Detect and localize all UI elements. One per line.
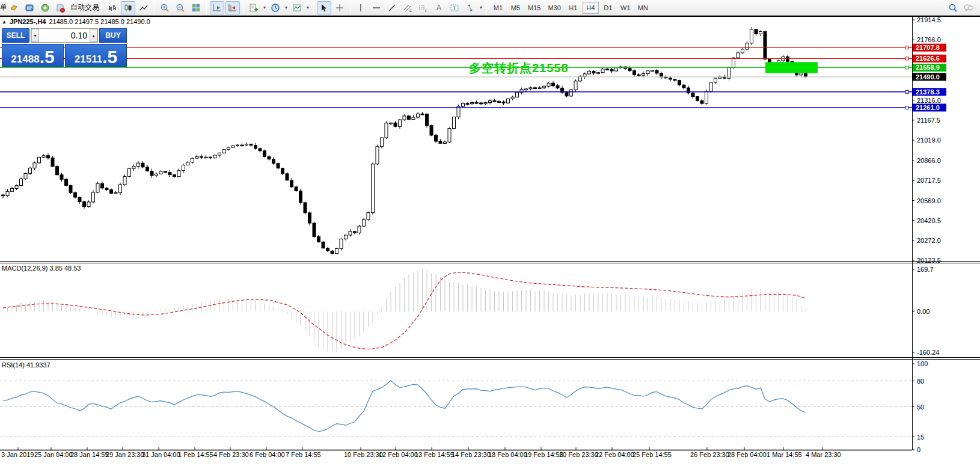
periods-icon[interactable] (268, 1, 283, 14)
svg-text:0.00: 0.00 (917, 308, 929, 315)
search-icon[interactable] (946, 1, 960, 14)
autotrading-label[interactable]: 自动交易 (70, 2, 99, 13)
timeframe-button-mn[interactable]: MN (635, 2, 651, 14)
bar-chart-mode-icon[interactable] (105, 1, 120, 14)
price-axis[interactable]: 21914.521766.021316.021167.521019.020866… (912, 16, 941, 264)
add-indicator-icon[interactable] (247, 1, 261, 14)
auto-scroll-icon[interactable] (210, 1, 224, 14)
svg-text:-160.24: -160.24 (917, 349, 939, 356)
buy-price[interactable]: 21511.5 (65, 44, 127, 67)
gold-panel-icon[interactable] (7, 1, 21, 14)
svg-text:21490.0: 21490.0 (916, 73, 940, 81)
tile-windows-icon[interactable] (189, 1, 203, 14)
svg-text:22 Feb 04:00: 22 Feb 04:00 (595, 451, 634, 458)
toolbar-separator (102, 2, 102, 14)
periods-caret[interactable]: ▾ (283, 5, 289, 10)
timeframe-button-h4[interactable]: H4 (583, 2, 599, 14)
arrows-tool-caret[interactable]: ▾ (478, 5, 484, 10)
toolbar-separator (313, 2, 314, 14)
chart-canvas[interactable]: 21914.521766.021316.021167.521019.020866… (0, 16, 980, 466)
timeframe-button-w1[interactable]: W1 (617, 2, 634, 14)
green-rectangle-object[interactable] (765, 62, 818, 73)
add-indicator-caret[interactable]: ▾ (262, 5, 268, 10)
chat-icon[interactable] (961, 1, 976, 14)
svg-text:25 Feb 14:55: 25 Feb 14:55 (632, 451, 672, 458)
svg-text:21626.6: 21626.6 (916, 55, 940, 62)
timeframe-button-m15[interactable]: M15 (525, 2, 544, 14)
zoom-out-icon[interactable] (173, 1, 188, 14)
timeframe-button-m5[interactable]: M5 (507, 2, 524, 14)
svg-text:19 Feb 14:55: 19 Feb 14:55 (524, 451, 563, 458)
svg-text:15: 15 (917, 434, 924, 441)
toolbar-separator (154, 2, 155, 14)
svg-text:100: 100 (917, 360, 928, 367)
price-levels[interactable] (0, 46, 912, 109)
svg-text:0: 0 (917, 446, 920, 453)
chart-shift-icon[interactable] (225, 1, 240, 14)
text-tool-icon[interactable]: A (432, 1, 446, 14)
sell-button[interactable]: SELL (2, 28, 29, 43)
svg-text:21558.9: 21558.9 (916, 64, 940, 71)
candlestick-mode-icon[interactable] (121, 1, 135, 14)
vertical-line-tool-icon[interactable] (354, 1, 368, 14)
chart-symbol: JPN225-,H4 (10, 18, 46, 25)
timeframe-button-h1[interactable]: H1 (565, 2, 581, 14)
rsi-line (3, 381, 806, 432)
svg-text:20123.5: 20123.5 (917, 257, 941, 264)
svg-text:28 Feb 04:00: 28 Feb 04:00 (727, 451, 767, 458)
buy-button[interactable]: BUY (99, 28, 127, 43)
svg-text:3 Jan 2019: 3 Jan 2019 (1, 451, 34, 458)
svg-text:21378.3: 21378.3 (916, 88, 940, 96)
market-watch-icon[interactable] (22, 1, 37, 14)
svg-text:1 Mar 14:55: 1 Mar 14:55 (767, 451, 802, 458)
svg-text:4 Mar 23:30: 4 Mar 23:30 (806, 451, 841, 458)
pivot-annotation-text[interactable]: 多空转折点21558 (469, 60, 569, 76)
toolbar-separator (243, 2, 243, 14)
channel-tool-icon[interactable]: E (400, 1, 415, 14)
autotrading-icon[interactable] (54, 1, 68, 14)
svg-text:20 Feb 23:30: 20 Feb 23:30 (559, 451, 598, 458)
horizontal-line-tool-icon[interactable] (369, 1, 384, 14)
chart-title: ▲ JPN225-,H4 21485.0 21497.5 21485.0 214… (2, 18, 150, 25)
trendline-tool-icon[interactable] (385, 1, 399, 14)
time-axis[interactable]: 3 Jan 201925 Jan 04:0028 Jan 14:5529 Jan… (1, 447, 841, 458)
svg-text:21766.0: 21766.0 (917, 36, 941, 43)
sell-price[interactable]: 21488.5 (2, 44, 64, 67)
timeframe-button-m30[interactable]: M30 (545, 2, 563, 14)
volume-decrease-button[interactable]: ▼ (31, 29, 39, 42)
line-chart-mode-icon[interactable] (136, 1, 151, 14)
templates-caret[interactable]: ▾ (305, 5, 311, 10)
svg-text:80: 80 (917, 378, 924, 385)
arrows-tool-icon[interactable] (463, 1, 477, 14)
svg-text:6 Feb 04:00: 6 Feb 04:00 (250, 451, 285, 458)
svg-text:4 Feb 23:30: 4 Feb 23:30 (213, 451, 249, 458)
svg-text:21316.0: 21316.0 (917, 97, 941, 104)
svg-text:7 Feb 14:55: 7 Feb 14:55 (286, 451, 321, 458)
volume-input[interactable] (39, 29, 90, 42)
fibonacci-tool-icon[interactable]: F (416, 1, 430, 14)
svg-text:20420.5: 20420.5 (917, 217, 941, 224)
panel-collapse-icon[interactable]: ▲ (2, 19, 7, 25)
svg-text:21261.0: 21261.0 (916, 104, 940, 111)
text-label-tool-icon[interactable]: T (447, 1, 462, 14)
zoom-in-icon[interactable] (158, 1, 172, 14)
top-toolbar: 单 自动交易 (0, 0, 980, 16)
crosshair-tool-icon[interactable] (332, 1, 347, 14)
svg-text:A: A (436, 4, 441, 12)
volume-increase-button[interactable]: ▲ (90, 29, 97, 42)
rsi-indicator: 1008050150 (0, 360, 928, 453)
sell-price-main: 21488 (11, 54, 39, 64)
svg-text:26 Feb 23:30: 26 Feb 23:30 (690, 451, 729, 458)
volume-spinner: ▼ ▲ (31, 28, 98, 43)
cursor-tool-icon[interactable] (317, 1, 331, 14)
chart-window[interactable]: 21914.521766.021316.021167.521019.020866… (0, 16, 980, 466)
svg-text:31 Jan 04:00: 31 Jan 04:00 (142, 451, 180, 458)
timeframe-button-m1[interactable]: M1 (490, 2, 506, 14)
timeframe-group: M1M5M15M30H1H4D1W1MN (489, 0, 652, 16)
new-order-button[interactable]: 单 (0, 2, 6, 13)
templates-icon[interactable] (290, 1, 304, 14)
sound-alert-icon[interactable] (38, 1, 52, 14)
toolbar-separator (350, 2, 351, 14)
timeframe-button-d1[interactable]: D1 (600, 2, 616, 14)
buy-price-pips: .5 (102, 49, 117, 65)
